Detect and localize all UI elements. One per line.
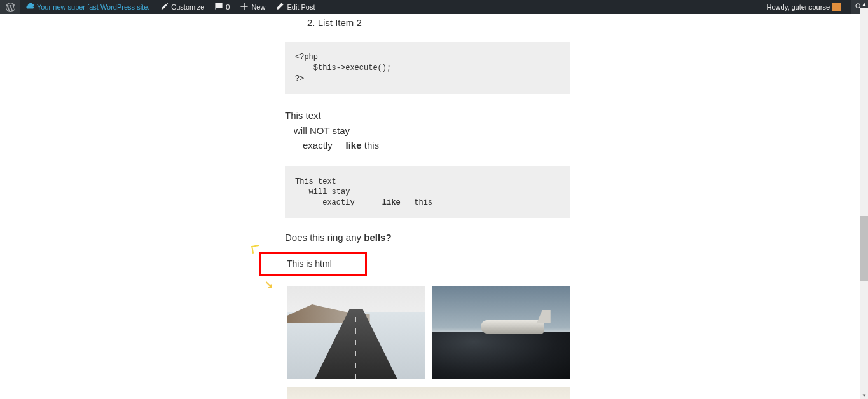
image-placeholder-sky — [287, 387, 570, 399]
image-placeholder-roadline — [355, 314, 356, 379]
site-name-menu[interactable]: Your new super fast WordPress site. — [20, 0, 155, 14]
highlight-box: This is html — [259, 252, 367, 276]
comments-menu[interactable]: 0 — [209, 0, 235, 14]
wp-logo-menu[interactable] — [0, 0, 20, 14]
avatar — [832, 3, 841, 11]
pre-line-2: will stay — [295, 187, 560, 197]
howdy-label: Howdy, gutencourse — [767, 3, 830, 11]
post-content: 2. List Item 2 <?php $this->execute(); ?… — [0, 17, 860, 399]
bells-paragraph: Does this ring any bells? — [285, 232, 860, 243]
image-placeholder-plane — [481, 320, 544, 334]
gallery-image-plane[interactable] — [432, 286, 570, 379]
customize-menu[interactable]: Customize — [155, 0, 209, 14]
verse-line-1: This text — [285, 108, 860, 123]
comment-icon — [214, 2, 223, 12]
content-wrapper: 2. List Item 2 <?php $this->execute(); ?… — [0, 14, 860, 399]
cloud-icon — [25, 2, 34, 12]
bells-bold: bells? — [364, 232, 391, 243]
scrollbar-thumb[interactable] — [860, 216, 868, 281]
site-name-label: Your new super fast WordPress site. — [37, 3, 149, 11]
image-placeholder-ground — [432, 332, 570, 379]
html-block-wrapper: This is html ↘ — [285, 252, 570, 276]
code-block-php: <?php $this->execute(); ?> — [285, 42, 570, 94]
ordered-list-item: 2. List Item 2 — [307, 17, 860, 28]
pre-text: this — [401, 198, 432, 207]
verse-line-2: will NOT stay — [285, 123, 860, 138]
new-content-menu[interactable]: New — [235, 0, 270, 14]
list-item-text: List Item 2 — [318, 17, 362, 28]
gallery-image-mountains[interactable] — [287, 387, 570, 399]
verse-text-block: This text will NOT stay exactly like thi… — [285, 108, 860, 152]
scrollbar-down-icon[interactable]: ▼ — [860, 391, 868, 399]
customize-icon — [160, 2, 169, 12]
plus-icon — [240, 2, 249, 12]
comments-count: 0 — [226, 3, 230, 11]
list-number: 2. — [307, 17, 318, 28]
edit-icon — [275, 2, 284, 12]
new-label: New — [251, 3, 265, 11]
pre-bold-word: like — [382, 198, 401, 207]
edit-post-menu[interactable]: Edit Post — [270, 0, 320, 14]
admin-bar-right: Howdy, gutencourse — [762, 0, 865, 14]
image-gallery — [287, 286, 572, 399]
account-menu[interactable]: Howdy, gutencourse — [762, 0, 846, 14]
annotation-arrow-icon: ↘ — [265, 278, 273, 290]
admin-bar-left: Your new super fast WordPress site. Cust… — [0, 0, 320, 14]
preformatted-block: This text will stay exactly like this — [285, 166, 570, 218]
pre-text: will stay — [295, 187, 350, 196]
wordpress-logo-icon — [5, 2, 15, 12]
edit-post-label: Edit Post — [287, 3, 315, 11]
bells-text: Does this ring any — [285, 232, 364, 243]
scrollbar-up-icon[interactable]: ▲ — [860, 0, 868, 8]
customize-label: Customize — [171, 3, 204, 11]
gallery-image-road[interactable] — [287, 286, 425, 379]
pre-text: exactly — [295, 198, 382, 207]
browser-scrollbar[interactable]: ▲ ▼ — [860, 0, 868, 399]
annotation-mark-icon — [251, 245, 260, 254]
verse-word: this — [362, 140, 380, 151]
verse-bold-word: like — [346, 140, 362, 151]
wp-admin-bar: Your new super fast WordPress site. Cust… — [0, 0, 868, 14]
verse-line-3: exactly like this — [285, 138, 860, 152]
verse-word: exactly — [303, 140, 333, 151]
pre-line-3: exactly like this — [295, 198, 560, 208]
html-block-text: This is html — [287, 259, 332, 269]
pre-line-1: This text — [295, 177, 560, 187]
